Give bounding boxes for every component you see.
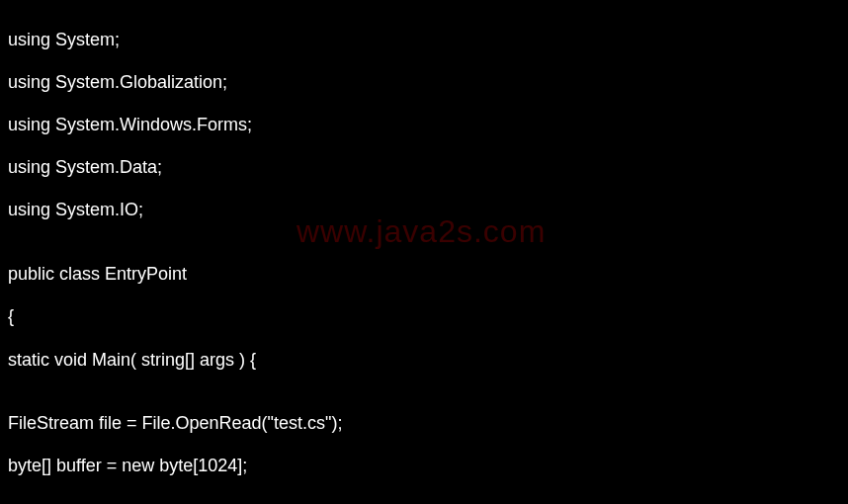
code-line: using System; (8, 30, 840, 51)
code-line: using System.Windows.Forms; (8, 115, 840, 136)
code-line: public class EntryPoint (8, 264, 840, 286)
code-line: using System.Data; (8, 157, 840, 179)
code-block: using System; using System.Globalization… (8, 8, 840, 504)
code-line: FileStream file = File.OpenRead("test.cs… (8, 413, 840, 435)
code-line: using System.Globalization; (8, 72, 840, 94)
code-line: static void Main( string[] args ) { (8, 350, 840, 372)
code-line: byte[] buffer = new byte[1024]; (8, 456, 840, 477)
code-line: { (8, 306, 840, 328)
code-line: using System.IO; (8, 200, 840, 221)
